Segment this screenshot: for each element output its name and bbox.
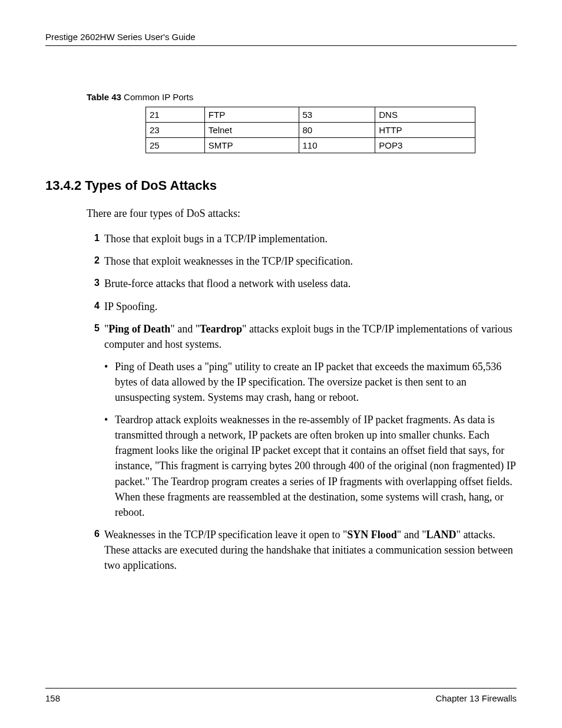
list-text: Those that exploit bugs in a TCP/IP impl… [104, 233, 328, 245]
sub-bullet-list: Ping of Death uses a "ping" utility to c… [104, 359, 517, 520]
footer-rule [45, 688, 517, 689]
table-label-rest: Common IP Ports [121, 92, 193, 102]
list-item: 5 "Ping of Death" and "Teardrop" attacks… [87, 321, 517, 520]
list-text: Weaknesses in the TCP/IP specification l… [104, 529, 513, 571]
sub-list-item: Teardrop attack exploits weaknesses in t… [104, 412, 517, 520]
cell-port: 25 [146, 138, 205, 153]
list-number: 1 [87, 231, 100, 245]
table-row: 25 SMTP 110 POP3 [146, 138, 475, 153]
table-row: 23 Telnet 80 HTTP [146, 123, 475, 138]
list-item: 6 Weaknesses in the TCP/IP specification… [87, 527, 517, 573]
cell-port: 23 [146, 123, 205, 138]
page-number: 158 [45, 693, 60, 703]
footer: 158 Chapter 13 Firewalls [45, 688, 517, 703]
page: Prestige 2602HW Series User's Guide Tabl… [0, 0, 562, 728]
syn-flood-term: SYN Flood [347, 529, 397, 541]
list-text: IP Spoofing. [104, 301, 157, 312]
cell-service: DNS [375, 107, 475, 123]
cell-port: 80 [299, 123, 375, 138]
cell-service: SMTP [204, 138, 299, 153]
cell-service: Telnet [204, 123, 299, 138]
section-heading: 13.4.2 Types of DoS Attacks [45, 178, 517, 193]
ip-ports-table: 21 FTP 53 DNS 23 Telnet 80 HTTP 25 SMTP … [146, 107, 475, 153]
ping-of-death-term: Ping of Death [108, 323, 170, 335]
list-item: 2 Those that exploit weaknesses in the T… [87, 253, 517, 269]
list-number: 4 [87, 299, 100, 312]
cell-port: 53 [299, 107, 375, 123]
teardrop-term: Teardrop [200, 323, 242, 335]
cell-service: POP3 [375, 138, 475, 153]
land-term: LAND [427, 529, 457, 541]
table-row: 21 FTP 53 DNS [146, 107, 475, 123]
list-item: 3 Brute-force attacks that flood a netwo… [87, 276, 517, 291]
footer-row: 158 Chapter 13 Firewalls [45, 693, 517, 703]
list-number: 3 [87, 276, 100, 289]
table-label-bold: Table 43 [87, 92, 121, 102]
cell-service: FTP [204, 107, 299, 123]
header-title: Prestige 2602HW Series User's Guide [45, 32, 517, 42]
list-text: Those that exploit weaknesses in the TCP… [104, 255, 353, 267]
chapter-label: Chapter 13 Firewalls [435, 693, 517, 703]
cell-port: 110 [299, 138, 375, 153]
intro-paragraph: There are four types of DoS attacks: [87, 206, 517, 220]
list-text: "Ping of Death" and "Teardrop" attacks e… [104, 323, 513, 350]
cell-port: 21 [146, 107, 205, 123]
list-text: Brute-force attacks that flood a network… [104, 278, 351, 289]
sub-list-item: Ping of Death uses a "ping" utility to c… [104, 359, 517, 405]
dos-attacks-list: 1 Those that exploit bugs in a TCP/IP im… [87, 231, 517, 573]
list-item: 4 IP Spoofing. [87, 299, 517, 314]
list-number: 2 [87, 253, 100, 267]
table-caption: Table 43 Common IP Ports [87, 92, 517, 102]
list-number: 5 [87, 321, 100, 335]
cell-service: HTTP [375, 123, 475, 138]
list-item: 1 Those that exploit bugs in a TCP/IP im… [87, 231, 517, 246]
content-area: Table 43 Common IP Ports 21 FTP 53 DNS 2… [45, 46, 517, 573]
list-number: 6 [87, 527, 100, 541]
